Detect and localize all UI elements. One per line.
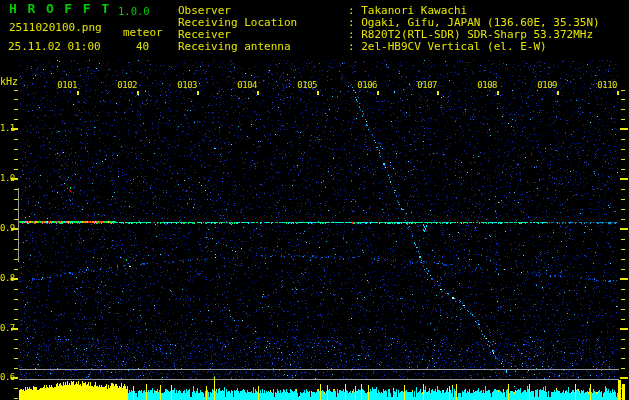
freq-tick-label: 1.0: [0, 174, 13, 183]
time-tick-label: 0106: [353, 81, 377, 90]
spectrogram-canvas: [0, 0, 629, 400]
freq-tick-label: 0.6: [0, 373, 13, 382]
time-tick-label: 0109: [533, 81, 557, 90]
freq-tick-label: 0.9: [0, 224, 13, 233]
info-label: Receiving antenna: [178, 41, 348, 53]
time-tick-label: 0107: [413, 81, 437, 90]
khz-unit-label: kHz: [0, 76, 18, 88]
time-tick-label: 0104: [233, 81, 257, 90]
mode-label: meteor: [123, 27, 163, 39]
filename: 2511020100.png: [9, 22, 102, 34]
info-value: : 2el-HB9CV Vertical (el. E-W): [348, 40, 547, 53]
time-tick-label: 0110: [593, 81, 617, 90]
info-row: Receiving antenna: 2el-HB9CV Vertical (e…: [178, 41, 600, 53]
time-tick-label: 0102: [113, 81, 137, 90]
observer-info-block: Observer: Takanori KawachiReceiving Loca…: [178, 5, 600, 53]
freq-tick-label: 0.8: [0, 274, 13, 283]
datetime: 25.11.02 01:00: [8, 41, 101, 53]
count-value: 40: [136, 41, 149, 53]
time-tick-label: 0105: [293, 81, 317, 90]
freq-tick-label: 1.1: [0, 124, 13, 133]
freq-tick-label: 0.7: [0, 324, 13, 333]
app-title: H R O F F T: [9, 3, 111, 15]
time-tick-label: 0103: [173, 81, 197, 90]
app-version: 1.0.0: [118, 5, 150, 17]
time-tick-label: 0101: [53, 81, 77, 90]
time-tick-label: 0108: [473, 81, 497, 90]
hrofft-window: H R O F F T 1.0.0 2511020100.png meteor …: [0, 0, 629, 400]
